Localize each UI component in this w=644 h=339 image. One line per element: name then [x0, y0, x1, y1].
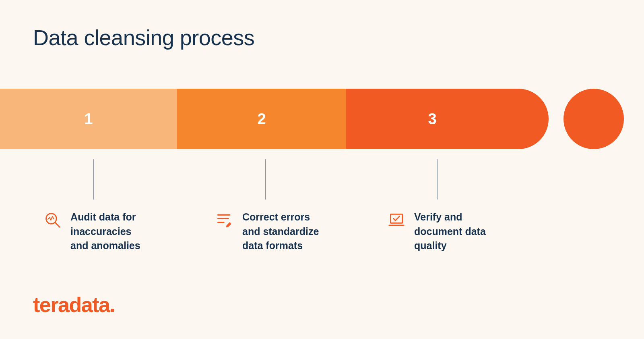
- end-dot: [564, 89, 624, 149]
- step-1: Audit data for inaccuracies and anomalie…: [44, 210, 169, 253]
- laptop-check-icon: [388, 211, 405, 229]
- connector-3: [437, 159, 438, 200]
- step-segment-3-cap: [488, 89, 549, 149]
- connector-2: [265, 159, 266, 200]
- step-2: Correct errors and standardize data form…: [216, 210, 341, 253]
- audit-magnifier-icon: [44, 211, 62, 229]
- edit-lines-icon: [216, 211, 233, 229]
- step-1-label: Audit data for inaccuracies and anomalie…: [70, 210, 140, 253]
- step-segment-1: 1: [0, 89, 177, 149]
- process-bar: 1 2 3: [0, 89, 644, 149]
- page-title: Data cleansing process: [33, 25, 254, 50]
- connector-1: [93, 159, 94, 200]
- step-segment-2: 2: [177, 89, 346, 149]
- step-2-label: Correct errors and standardize data form…: [242, 210, 319, 253]
- step-3-label: Verify and document data quality: [414, 210, 486, 253]
- brand-logo: teradata.: [33, 293, 115, 317]
- step-3: Verify and document data quality: [388, 210, 512, 253]
- svg-line-1: [55, 223, 60, 227]
